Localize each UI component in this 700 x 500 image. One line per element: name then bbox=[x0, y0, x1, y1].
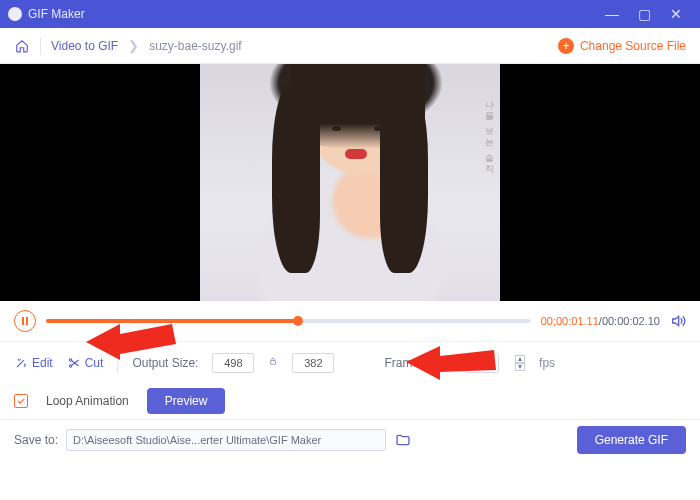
minimize-button[interactable]: — bbox=[596, 6, 628, 22]
playback-row: 00;00:01.11/00:00:02.10 bbox=[0, 301, 700, 341]
cut-button[interactable]: Cut bbox=[67, 356, 104, 370]
frame-rate-label: Frame Rate: bbox=[384, 356, 451, 370]
divider bbox=[117, 354, 118, 372]
edit-button[interactable]: Edit bbox=[14, 356, 53, 370]
title-bar: GIF Maker — ▢ ✕ bbox=[0, 0, 700, 28]
loop-row: Loop Animation Preview bbox=[0, 383, 700, 419]
stepper-down-icon[interactable]: ▾ bbox=[515, 363, 525, 371]
svg-point-0 bbox=[69, 358, 71, 360]
magic-wand-icon bbox=[14, 356, 28, 370]
loop-label: Loop Animation bbox=[46, 394, 129, 408]
change-source-label: Change Source File bbox=[580, 39, 686, 53]
pause-button[interactable] bbox=[14, 310, 36, 332]
video-caption: 나를 보는 솔직 bbox=[483, 94, 496, 169]
fps-unit: fps bbox=[539, 356, 555, 370]
volume-icon[interactable] bbox=[670, 313, 686, 329]
breadcrumb-file: suzy-bae-suzy.gif bbox=[149, 39, 241, 53]
change-source-button[interactable]: + Change Source File bbox=[558, 38, 686, 54]
breadcrumb-bar: Video to GIF ❯ suzy-bae-suzy.gif + Chang… bbox=[0, 28, 700, 64]
chevron-right-icon: ❯ bbox=[128, 38, 139, 53]
controls-row: Edit Cut Output Size: Frame Rate: ▴ ▾ fp… bbox=[0, 341, 700, 383]
time-display: 00;00:01.11/00:00:02.10 bbox=[541, 315, 660, 327]
svg-point-1 bbox=[69, 364, 71, 366]
video-frame[interactable]: 나를 보는 솔직 bbox=[200, 64, 500, 301]
generate-gif-button[interactable]: Generate GIF bbox=[577, 426, 686, 454]
save-to-label: Save to: bbox=[14, 433, 58, 447]
edit-label: Edit bbox=[32, 356, 53, 370]
output-width-input[interactable] bbox=[212, 353, 254, 373]
frame-rate-stepper[interactable]: ▴ ▾ bbox=[515, 355, 525, 371]
close-button[interactable]: ✕ bbox=[660, 6, 692, 22]
current-time: 00;00:01.11 bbox=[541, 315, 599, 327]
seek-thumb[interactable] bbox=[293, 316, 303, 326]
cut-label: Cut bbox=[85, 356, 104, 370]
preview-button[interactable]: Preview bbox=[147, 388, 226, 414]
home-icon[interactable] bbox=[14, 39, 30, 53]
check-icon bbox=[16, 396, 26, 406]
browse-folder-button[interactable] bbox=[394, 432, 412, 448]
output-size-label: Output Size: bbox=[132, 356, 198, 370]
frame-rate-input[interactable] bbox=[465, 353, 499, 373]
window-title: GIF Maker bbox=[28, 7, 596, 21]
seek-bar[interactable] bbox=[46, 319, 531, 323]
breadcrumb-root[interactable]: Video to GIF bbox=[51, 39, 118, 53]
pause-icon bbox=[22, 317, 28, 325]
divider bbox=[40, 37, 41, 55]
maximize-button[interactable]: ▢ bbox=[628, 6, 660, 22]
video-preview-area: 나를 보는 솔직 bbox=[0, 64, 700, 301]
lock-aspect-icon[interactable] bbox=[268, 355, 278, 370]
scissors-icon bbox=[67, 356, 81, 370]
svg-rect-2 bbox=[271, 361, 276, 365]
app-logo-icon bbox=[8, 7, 22, 21]
loop-checkbox[interactable] bbox=[14, 394, 28, 408]
output-height-input[interactable] bbox=[292, 353, 334, 373]
total-time: 00:00:02.10 bbox=[602, 315, 660, 327]
save-path-input[interactable] bbox=[66, 429, 386, 451]
plus-icon: + bbox=[558, 38, 574, 54]
save-row: Save to: Generate GIF bbox=[0, 419, 700, 459]
seek-progress bbox=[46, 319, 298, 323]
